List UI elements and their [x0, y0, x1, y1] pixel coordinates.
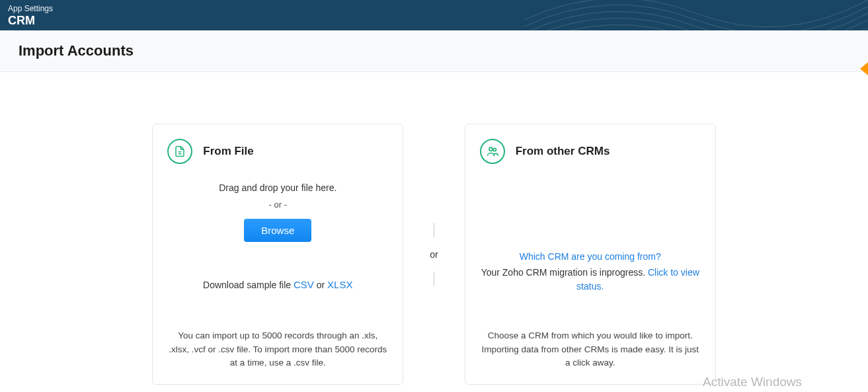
main-content: From File Drag and drop your file here. … — [0, 72, 868, 385]
from-other-footer: Choose a CRM from which you would like t… — [480, 329, 701, 370]
people-icon — [480, 139, 505, 164]
divider-line-bottom — [434, 272, 434, 286]
from-file-header: From File — [167, 139, 388, 164]
divider-or-label: or — [430, 249, 438, 260]
svg-point-3 — [493, 148, 496, 151]
svg-point-2 — [489, 147, 493, 151]
xlsx-download-link[interactable]: XLSX — [327, 279, 352, 290]
from-file-title: From File — [203, 145, 254, 158]
subheader: Import Accounts — [0, 30, 868, 72]
card-divider: or — [430, 124, 438, 385]
migration-status-line: Your Zoho CRM migration is inprogress. C… — [480, 266, 701, 294]
from-other-title: From other CRMs — [516, 145, 610, 158]
header-banner: App Settings CRM — [0, 0, 868, 30]
windows-watermark: Activate Windows — [703, 375, 802, 389]
sample-prefix: Download sample file — [203, 280, 294, 290]
from-other-crms-card[interactable]: From other CRMs Which CRM are you coming… — [465, 124, 716, 385]
corner-help-tag[interactable] — [860, 62, 868, 75]
csv-download-link[interactable]: CSV — [294, 279, 314, 290]
or-separator-text: - or - — [269, 200, 287, 210]
browse-button[interactable]: Browse — [244, 219, 311, 242]
from-file-footer: You can import up to 5000 records throug… — [167, 329, 388, 370]
sample-or: or — [314, 280, 327, 290]
which-crm-link[interactable]: Which CRM are you coming from? — [480, 251, 701, 262]
from-file-card[interactable]: From File Drag and drop your file here. … — [152, 124, 403, 385]
from-other-header: From other CRMs — [480, 139, 701, 164]
page-title: Import Accounts — [19, 42, 849, 59]
file-icon — [167, 139, 192, 164]
sample-file-line: Download sample file CSV or XLSX — [203, 279, 352, 290]
crm-question-block: Which CRM are you coming from? Your Zoho… — [480, 251, 701, 294]
divider-line-top — [434, 223, 434, 237]
drag-drop-text: Drag and drop your file here. — [219, 182, 336, 193]
migration-status-text: Your Zoho CRM migration is inprogress. — [481, 267, 648, 278]
